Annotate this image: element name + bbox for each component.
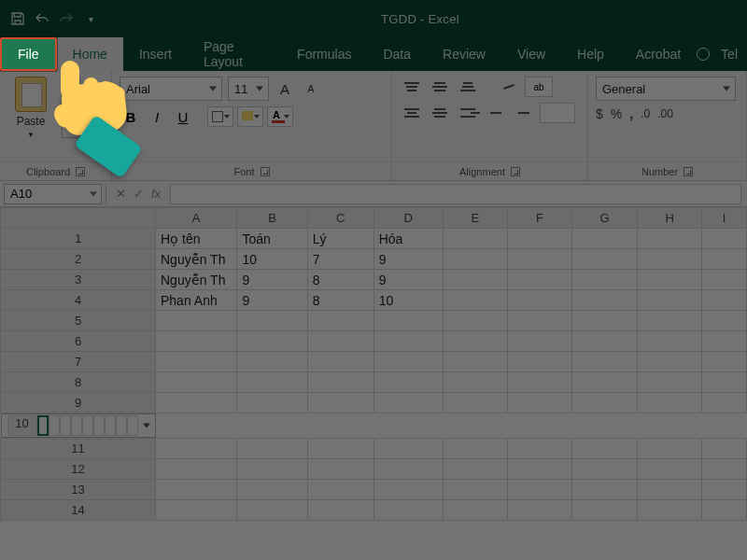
cell[interactable] (702, 372, 747, 393)
cell[interactable] (116, 415, 127, 436)
cell[interactable] (702, 331, 747, 352)
cell[interactable] (507, 459, 571, 480)
cell[interactable] (702, 229, 747, 249)
font-launcher-icon[interactable] (261, 167, 270, 176)
cell[interactable]: Hóa (374, 229, 443, 249)
cell[interactable] (443, 352, 507, 372)
row-header[interactable]: 13 (1, 480, 156, 500)
tab-file[interactable]: File (0, 37, 57, 71)
cell[interactable] (572, 290, 638, 311)
cell[interactable] (156, 439, 237, 459)
cell[interactable] (237, 459, 307, 480)
tab-data[interactable]: Data (367, 37, 427, 71)
cell[interactable] (702, 459, 747, 480)
cell[interactable] (307, 352, 374, 372)
col-header-H[interactable]: H (637, 208, 702, 229)
cell[interactable] (637, 480, 702, 500)
wrap-text-button[interactable]: ab (525, 77, 553, 97)
cell[interactable]: Phan Anh (156, 290, 237, 311)
cell[interactable] (507, 331, 571, 352)
cell[interactable]: 10 (374, 290, 443, 311)
cell[interactable] (443, 331, 507, 352)
number-launcher-icon[interactable] (684, 167, 693, 176)
cell[interactable] (237, 352, 307, 372)
cell[interactable] (637, 439, 702, 459)
cell[interactable]: Lý (307, 229, 374, 249)
name-box[interactable]: A10 (4, 184, 102, 204)
col-header-I[interactable]: I (702, 208, 747, 229)
underline-button[interactable]: U (172, 109, 194, 125)
row-header[interactable]: 11 (1, 439, 156, 459)
cell[interactable] (374, 393, 443, 413)
cell[interactable] (702, 311, 747, 331)
cell[interactable] (637, 500, 702, 521)
cell[interactable] (307, 500, 374, 521)
cell[interactable] (572, 331, 638, 352)
save-icon[interactable] (7, 8, 28, 29)
cell[interactable] (443, 500, 507, 521)
cell[interactable] (237, 439, 307, 459)
cut-button[interactable] (62, 77, 80, 93)
row-header[interactable]: 9 (1, 393, 156, 413)
tab-page-layout[interactable]: Page Layout (188, 37, 281, 71)
qat-customize-icon[interactable]: ▾ (80, 8, 101, 29)
cell[interactable] (307, 393, 374, 413)
format-painter-button[interactable] (62, 121, 80, 138)
cell[interactable] (156, 372, 237, 393)
row-header[interactable]: 6 (1, 331, 156, 352)
cell[interactable] (237, 393, 307, 413)
redo-icon[interactable] (56, 8, 77, 29)
increase-indent-button[interactable] (512, 103, 536, 123)
cell[interactable] (307, 459, 374, 480)
cell[interactable] (374, 352, 443, 372)
cell[interactable] (105, 415, 116, 436)
cell[interactable] (307, 372, 374, 393)
row-header[interactable]: 10 (7, 415, 37, 436)
cell-selected[interactable] (37, 415, 49, 436)
cell[interactable] (507, 439, 571, 459)
cell[interactable]: 9 (374, 270, 443, 290)
cell[interactable] (156, 500, 237, 521)
cell[interactable] (237, 311, 307, 331)
cell[interactable] (507, 352, 571, 372)
cell[interactable] (374, 372, 443, 393)
cell[interactable]: Họ tên (156, 229, 237, 249)
tell-me-icon[interactable] (697, 48, 710, 61)
borders-button[interactable] (207, 106, 233, 127)
row-header[interactable]: 14 (1, 500, 156, 521)
currency-button[interactable]: $ (596, 106, 603, 121)
cell[interactable] (702, 249, 747, 270)
number-format-select[interactable]: General (596, 77, 736, 101)
select-all-button[interactable] (1, 208, 156, 229)
cell[interactable] (702, 393, 747, 413)
cell[interactable] (156, 480, 237, 500)
row-header[interactable]: 1 (1, 229, 156, 249)
italic-button[interactable]: I (146, 109, 168, 125)
col-header-G[interactable]: G (572, 208, 638, 229)
cell[interactable] (156, 459, 237, 480)
undo-icon[interactable] (32, 8, 52, 29)
font-name-select[interactable]: Arial (120, 77, 222, 101)
cell[interactable] (156, 352, 237, 372)
cell[interactable] (572, 270, 638, 290)
cell[interactable] (637, 249, 702, 270)
cell[interactable] (702, 500, 747, 521)
cell[interactable] (374, 480, 443, 500)
tab-acrobat[interactable]: Acrobat (620, 37, 697, 71)
cell[interactable]: Toán (237, 229, 307, 249)
tab-view[interactable]: View (501, 37, 561, 71)
row-header[interactable]: 7 (1, 352, 156, 372)
decrease-decimal-button[interactable]: .00 (657, 107, 673, 120)
fx-icon[interactable]: fx (151, 187, 161, 201)
cell[interactable] (156, 331, 237, 352)
fill-color-button[interactable] (237, 106, 263, 127)
copy-button[interactable] (62, 99, 80, 116)
cell[interactable] (507, 311, 571, 331)
cell[interactable] (374, 500, 443, 521)
cell[interactable] (637, 393, 702, 413)
tab-insert[interactable]: Insert (123, 37, 188, 71)
cell[interactable] (443, 393, 507, 413)
align-left-button[interactable] (400, 103, 424, 123)
cell[interactable] (572, 352, 638, 372)
decrease-indent-button[interactable] (484, 103, 508, 123)
